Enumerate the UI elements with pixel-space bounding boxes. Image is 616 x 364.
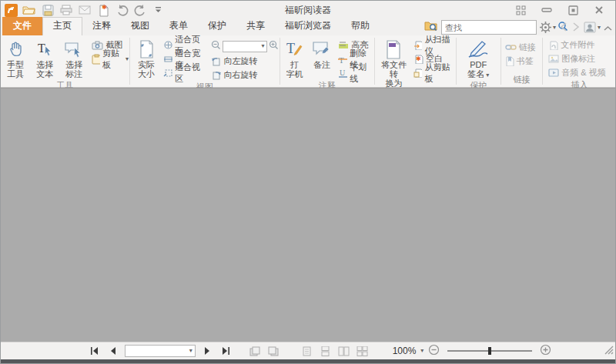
bookmark-button[interactable]: 书签 [505, 55, 536, 67]
page-combobox-caret-icon: ▾ [189, 348, 192, 354]
continuous-view-icon[interactable] [319, 345, 333, 357]
customize-toolbar-caret-icon[interactable] [150, 2, 167, 18]
pdf-sign-button[interactable]: PDF 签名 ▾ [459, 38, 497, 79]
fit-visible-button[interactable]: 适合视区 [163, 67, 207, 78]
underline-button[interactable]: U 下划线 [338, 67, 373, 78]
previous-view-button[interactable] [248, 345, 262, 357]
svg-text:T: T [38, 42, 45, 55]
facing-view-icon[interactable] [337, 345, 351, 357]
user-caret-icon: ▾ [598, 25, 601, 31]
tab-form[interactable]: 表单 [159, 17, 198, 35]
zoom-percent-label: 100% [393, 346, 417, 356]
email-icon[interactable] [76, 2, 93, 18]
window-controls [509, 2, 615, 18]
previous-page-button[interactable] [106, 345, 120, 357]
zoom-in-circle-icon[interactable] [540, 344, 551, 359]
zoom-slider-thumb[interactable] [488, 347, 491, 355]
undo-icon[interactable] [113, 2, 130, 18]
hand-tool-button[interactable]: 手型 工具 [1, 38, 30, 79]
workspace-grid-icon[interactable] [509, 2, 532, 18]
foxit-logo-icon[interactable] [2, 2, 19, 18]
search-in-files-icon[interactable] [424, 20, 438, 35]
group-separator [456, 38, 457, 85]
actual-size-icon [137, 38, 156, 60]
collapse-ribbon-icon[interactable] [604, 21, 612, 35]
file-attachment-button[interactable]: 文件附件 [548, 39, 605, 51]
zoom-in-icon[interactable] [269, 39, 279, 53]
zoom-combobox-caret-icon: ▾ [262, 43, 265, 49]
print-icon[interactable] [58, 2, 75, 18]
select-text-icon: T [35, 38, 54, 60]
actual-size-button[interactable]: 实际 大小 [131, 38, 162, 79]
rotate-right-button[interactable]: 向右旋转 [211, 69, 279, 81]
first-page-button[interactable] [88, 345, 102, 357]
next-page-button[interactable] [200, 345, 214, 357]
zoom-row: ▾ [211, 39, 279, 53]
hand-icon [6, 38, 25, 60]
tab-file[interactable]: 文件 [2, 17, 42, 35]
image-annotation-button[interactable]: 图像标注 [548, 53, 605, 65]
note-icon [312, 38, 332, 60]
continuous-facing-view-icon[interactable] [356, 345, 370, 357]
audio-video-button[interactable]: 音频 & 视频 [548, 67, 605, 78]
select-text-button[interactable]: T 选择 文本 [30, 38, 59, 79]
from-scanner-button[interactable]: 从扫描仪 [413, 39, 455, 51]
history-back-icon[interactable] [559, 21, 568, 35]
tab-comment[interactable]: 注释 [82, 17, 121, 35]
save-icon[interactable] [39, 2, 56, 18]
view-settings-gear-icon[interactable]: ▾ [540, 22, 556, 33]
close-button[interactable] [588, 2, 611, 18]
tab-help[interactable]: 帮助 [341, 17, 380, 35]
app-window: ✱ 福昕阅读器 [0, 0, 616, 364]
zoom-level-combobox[interactable]: ▾ [223, 41, 267, 52]
convert-to-pdf-icon [385, 38, 402, 60]
tab-home[interactable]: 主页 [42, 17, 82, 35]
select-annotation-button[interactable]: 选择 标注 [59, 38, 89, 79]
tab-foxit-browser[interactable]: 福昕浏览器 [275, 17, 341, 35]
rotate-left-button[interactable]: 向左旋转 [211, 55, 279, 67]
note-button[interactable]: 备注 [308, 38, 336, 70]
next-view-button[interactable] [266, 345, 280, 357]
group-links: 链接 书签 链接 [502, 35, 541, 87]
zoom-out-circle-icon[interactable] [428, 344, 440, 359]
ribbon-home: 手型 工具 T 选择 文本 选择 标注 截 [1, 35, 615, 88]
group-view: 实际 大小 适合页面 适合宽度 适合视区 [131, 35, 279, 87]
maximize-button[interactable] [561, 2, 584, 18]
svg-text:✱: ✱ [102, 4, 107, 11]
window-bottom-edge [1, 359, 615, 363]
history-forward-icon[interactable] [571, 21, 581, 35]
tab-share[interactable]: 共享 [236, 17, 275, 35]
pdf-sign-icon [467, 38, 490, 60]
open-file-icon[interactable] [21, 2, 38, 18]
typewriter-button[interactable]: T 打 字机 [281, 38, 309, 79]
clipboard-caret-icon: ▾ [126, 56, 129, 62]
single-page-view-icon[interactable] [300, 345, 314, 357]
zoom-slider-track[interactable] [447, 350, 532, 352]
tab-protect[interactable]: 保护 [198, 17, 236, 35]
user-account-icon[interactable]: ▾ [584, 22, 601, 33]
last-page-button[interactable] [219, 345, 233, 357]
gear-caret-icon: ▾ [553, 25, 556, 31]
zoom-percent-caret-icon[interactable]: ▾ [420, 348, 424, 354]
group-create: 将文件转 换为PDF 从扫描仪 ✱ 空白 从剪贴板 [376, 35, 455, 87]
zoom-out-icon[interactable] [211, 39, 221, 53]
resize-grip[interactable] [604, 344, 614, 358]
clipboard-button[interactable]: 剪贴板 ▾ [92, 53, 129, 65]
group-comment: T 打 字机 备注 高亮 T 删 [281, 35, 373, 87]
page-navigation: ▾ [65, 344, 552, 359]
find-area: ▾ ▾ [424, 20, 612, 35]
redo-icon[interactable] [132, 2, 149, 18]
group-separator [280, 38, 280, 85]
link-button[interactable]: 链接 [505, 42, 536, 53]
group-insert: 文件附件 图像标注 音频 & 视频 插入 [544, 35, 615, 87]
group-tools: 手型 工具 T 选择 文本 选择 标注 截 [1, 35, 129, 87]
from-clipboard-button[interactable]: 从剪贴板 [413, 67, 455, 78]
page-number-combobox[interactable]: ▾ [125, 345, 196, 357]
minimize-button[interactable] [535, 2, 558, 18]
new-document-icon[interactable]: ✱ [95, 2, 112, 18]
group-separator [129, 38, 130, 85]
svg-text:U: U [340, 68, 346, 77]
tab-view[interactable]: 视图 [121, 17, 159, 35]
group-separator [542, 38, 543, 85]
document-area[interactable] [1, 88, 615, 342]
